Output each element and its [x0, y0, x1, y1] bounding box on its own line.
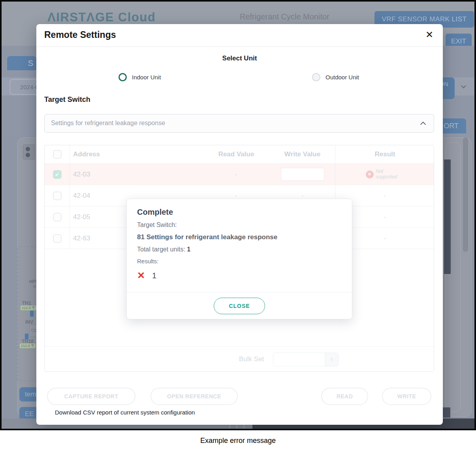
close-icon[interactable]: ✕: [425, 29, 433, 40]
outdoor-unit-radio-group[interactable]: Outdoor Unit: [312, 73, 359, 81]
column-header-read-value: Read Value: [203, 150, 270, 158]
modal-header: Remote Settings ✕: [36, 24, 443, 47]
bulk-set-label: Bulk Set: [239, 355, 264, 363]
table-row: ✓ 42-03 - ✕ Not supported: [45, 164, 434, 185]
capture-report-button[interactable]: CAPTURE REPORT: [47, 388, 135, 405]
modal-title: Remote Settings: [44, 30, 116, 40]
indoor-unit-radio-group[interactable]: Indoor Unit: [119, 73, 161, 81]
row-checkbox-checked[interactable]: ✓: [53, 170, 62, 179]
close-button[interactable]: CLOSE: [214, 298, 265, 314]
open-reference-button[interactable]: OPEN REFERENCE: [151, 388, 238, 405]
airstage-logo: ΛIRSTΛGE Cloud: [47, 10, 156, 24]
bulk-set-input[interactable]: [273, 353, 325, 366]
column-header-result: Result: [335, 145, 434, 163]
dropdown-collapse-button[interactable]: [458, 79, 470, 95]
row-checkbox[interactable]: [53, 234, 62, 243]
outdoor-unit-radio[interactable]: [312, 73, 320, 81]
sensor-label-inv: INV: [25, 319, 33, 325]
fail-x-icon: ✕: [137, 270, 145, 281]
th10-temperature-badge: 212.0 ℉: [19, 343, 36, 349]
page-title: Refrigerant Cycle Monitor: [240, 12, 329, 21]
dropdown-selected-value: Settings for refrigerant leakage respons…: [51, 120, 165, 127]
read-value-cell: -: [203, 192, 270, 199]
target-switch-heading: Target Switch: [44, 96, 90, 104]
target-switch-dropdown[interactable]: Settings for refrigerant leakage respons…: [44, 114, 434, 133]
th1-temperature-badge: 212.0 ℉: [20, 305, 37, 311]
select-unit-heading: Select Unit: [36, 54, 443, 62]
complete-dialog-title: Complete: [137, 208, 342, 217]
column-header-write-value: Write Value: [270, 150, 335, 158]
chevron-down-icon: [461, 83, 466, 88]
figure-caption: Example error message: [0, 437, 476, 445]
row-checkbox[interactable]: [53, 213, 62, 221]
chart-bar: [444, 159, 451, 274]
read-button[interactable]: READ: [321, 388, 368, 405]
bulk-apply-arrow-button[interactable]: ↑: [325, 353, 338, 366]
bulk-set-row: Bulk Set ↑: [45, 346, 434, 372]
table-header-row: Address Read Value Write Value Result: [45, 145, 434, 164]
app-screenshot-frame: ΛIRSTΛGE Cloud Refrigerant Cycle Monitor…: [0, 0, 476, 430]
indoor-unit-label: Indoor Unit: [132, 74, 161, 81]
row-checkbox[interactable]: [53, 191, 62, 200]
read-value-cell: -: [203, 171, 270, 178]
dialog-results-label: Results:: [137, 258, 342, 264]
outdoor-unit-icon: [23, 144, 35, 159]
dialog-target-switch-value: 81 Settings for refrigerant leakage resp…: [137, 233, 342, 241]
total-units-label: Total target units:: [137, 246, 185, 253]
write-value-input[interactable]: [281, 168, 324, 181]
dialog-footer: CLOSE: [127, 292, 352, 319]
result-error: ✕ Not supported: [366, 169, 405, 180]
total-units-value: 1: [187, 246, 190, 253]
bulk-set-control: ↑: [273, 353, 339, 366]
column-header-address: Address: [70, 150, 203, 158]
fail-count: 1: [152, 271, 156, 280]
indoor-unit-radio[interactable]: [119, 73, 127, 81]
error-circle-x-icon: ✕: [366, 171, 374, 178]
address-cell: 42-03: [70, 171, 203, 178]
complete-dialog: Complete Target Switch: 81 Settings for …: [126, 199, 352, 319]
vertical-scrollbar[interactable]: [463, 137, 468, 252]
write-value-cell: -: [270, 192, 335, 199]
dialog-total-units: Total target units: 1: [137, 246, 342, 253]
fan-icon: [26, 153, 30, 157]
fan-icon: [26, 147, 30, 151]
csv-report-note: Download CSV report of current system co…: [55, 409, 195, 416]
tab-system-partial[interactable]: S: [7, 56, 36, 70]
chevron-up-icon: [420, 122, 426, 127]
remote-settings-modal: Remote Settings ✕ Select Unit Indoor Uni…: [36, 24, 443, 425]
dialog-fail-row: ✕ 1: [137, 270, 342, 281]
result-error-text: Not supported: [376, 169, 405, 180]
write-button[interactable]: WRITE: [382, 388, 431, 405]
select-all-checkbox[interactable]: [53, 150, 62, 159]
outdoor-unit-label: Outdoor Unit: [325, 74, 359, 81]
th1-sensor-icon: [30, 311, 34, 317]
dialog-target-switch-label: Target Switch:: [137, 221, 342, 229]
